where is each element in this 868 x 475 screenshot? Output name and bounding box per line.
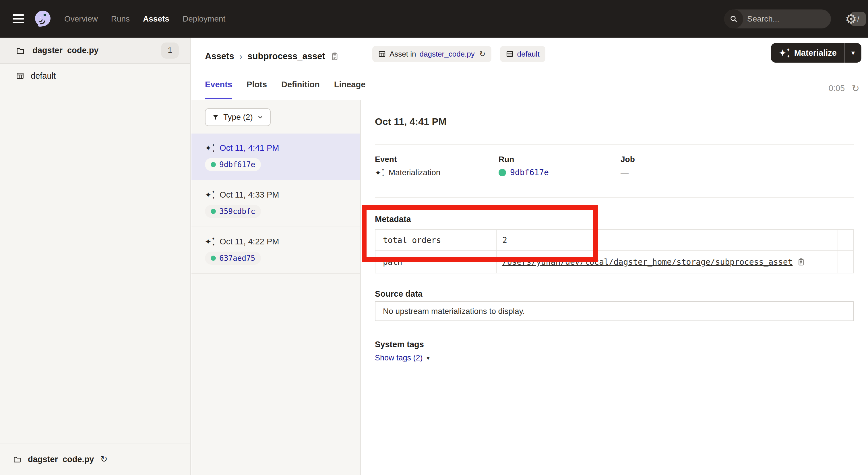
- job-label: Job: [621, 154, 635, 164]
- asset-group-icon: [16, 71, 24, 80]
- folder-icon: [13, 455, 22, 464]
- run-status-dot: [211, 256, 216, 261]
- run-id-link[interactable]: 9dbf617e: [219, 160, 255, 169]
- divider: [375, 144, 854, 145]
- refresh-countdown: 0:05: [829, 84, 845, 93]
- run-id-link[interactable]: 9dbf617e: [510, 168, 549, 177]
- events-content: Type (2) ✦✦✦ Oct 11, 4:41 PM 9dbf617e: [191, 100, 868, 475]
- hamburger-menu-icon[interactable]: [12, 12, 24, 26]
- event-column: Event ✦✦✦ Materialization: [375, 154, 440, 177]
- reload-icon[interactable]: ↻: [100, 455, 107, 464]
- search-input[interactable]: [743, 14, 851, 24]
- run-id-link[interactable]: 637aed75: [219, 254, 255, 263]
- tab-definition[interactable]: Definition: [281, 79, 320, 99]
- event-timestamp[interactable]: Oct 11, 4:41 PM: [220, 143, 279, 153]
- footer-code-location-label: dagster_code.py: [28, 455, 94, 464]
- run-status-dot: [211, 209, 216, 214]
- materialization-sparkle-icon: ✦✦✦: [205, 190, 215, 199]
- materialization-sparkle-icon: ✦✦✦: [205, 237, 215, 246]
- type-filter-label: Type (2): [223, 113, 253, 122]
- run-status-dot: [211, 162, 216, 167]
- reload-icon[interactable]: ↻: [479, 50, 486, 58]
- event-timestamp[interactable]: Oct 11, 4:22 PM: [220, 237, 279, 246]
- tab-plots[interactable]: Plots: [247, 79, 267, 99]
- job-column: Job —: [621, 154, 635, 177]
- metadata-spacer-cell: [838, 250, 854, 273]
- metadata-value: 2: [496, 230, 838, 250]
- top-nav: Overview Runs Assets Deployment / ⚙: [0, 0, 868, 38]
- nav-assets[interactable]: Assets: [143, 14, 169, 24]
- materialize-dropdown-caret[interactable]: ▾: [845, 43, 861, 63]
- code-location-link[interactable]: dagster_code.py: [420, 50, 475, 59]
- event-detail-panel: Oct 11, 4:41 PM Event ✦✦✦ Materializatio…: [361, 100, 868, 475]
- sidebar-group-label: default: [31, 71, 56, 81]
- asset-tabs: Events Plots Definition Lineage: [205, 79, 365, 99]
- sidebar-code-location-footer[interactable]: dagster_code.py ↻: [0, 443, 190, 475]
- materialization-sparkle-icon: ✦✦✦: [205, 144, 215, 152]
- run-tag[interactable]: 9dbf617e: [205, 158, 261, 171]
- metadata-spacer-cell: [838, 230, 854, 250]
- folder-icon: [16, 46, 25, 55]
- source-data-empty-state: No upstream materializations to display.: [375, 301, 854, 321]
- copy-path-icon[interactable]: [797, 258, 805, 266]
- event-detail-title: Oct 11, 4:41 PM: [375, 115, 446, 128]
- dagster-logo[interactable]: [33, 9, 52, 28]
- tab-lineage[interactable]: Lineage: [334, 79, 366, 99]
- materialize-split-button: ✦✦✦ Materialize ▾: [771, 43, 861, 63]
- run-tag[interactable]: 637aed75: [205, 251, 261, 265]
- asset-group-tag[interactable]: default: [500, 46, 546, 62]
- show-tags-label: Show tags (2): [375, 354, 423, 362]
- breadcrumb: Assets › subprocess_asset: [205, 48, 339, 65]
- asset-name-title: subprocess_asset: [247, 51, 325, 61]
- path-link[interactable]: /Users/yuhan/dev/local/dagster_home/stor…: [502, 257, 793, 267]
- asset-tags: Asset in dagster_code.py ↻ default: [372, 46, 546, 62]
- tab-events[interactable]: Events: [205, 79, 232, 99]
- group-link[interactable]: default: [517, 50, 539, 59]
- nav-deployment[interactable]: Deployment: [183, 14, 225, 24]
- sidebar-item-code-location[interactable]: dagster_code.py 1: [0, 38, 190, 64]
- events-list-panel: Type (2) ✦✦✦ Oct 11, 4:41 PM 9dbf617e: [191, 100, 361, 475]
- event-type-value: Materialization: [389, 168, 441, 177]
- primary-nav: Overview Runs Assets Deployment: [64, 14, 225, 24]
- materialize-button[interactable]: ✦✦✦ Materialize: [771, 43, 844, 63]
- run-label: Run: [499, 154, 549, 164]
- tag-prefix: Asset in: [390, 50, 416, 59]
- sidebar-item-label: dagster_code.py: [32, 46, 98, 55]
- event-label: Event: [375, 154, 440, 164]
- type-filter-button[interactable]: Type (2): [205, 108, 271, 126]
- run-id-link[interactable]: 359cdbfc: [219, 207, 255, 216]
- asset-group-icon: [506, 50, 514, 58]
- metadata-key: path: [375, 250, 496, 273]
- job-empty-value: —: [621, 168, 629, 177]
- materialize-sparkle-icon: ✦✦✦: [779, 48, 790, 58]
- event-list-item[interactable]: ✦✦✦ Oct 11, 4:41 PM 9dbf617e: [191, 133, 360, 180]
- nav-overview[interactable]: Overview: [64, 14, 98, 24]
- event-timestamp[interactable]: Oct 11, 4:33 PM: [220, 190, 279, 200]
- run-column: Run 9dbf617e: [499, 154, 549, 177]
- materialize-label: Materialize: [794, 48, 837, 58]
- materialization-sparkle-icon: ✦✦✦: [375, 168, 384, 177]
- asset-in-code-location-tag[interactable]: Asset in dagster_code.py ↻: [372, 46, 491, 62]
- search-bar[interactable]: /: [724, 9, 831, 28]
- sidebar: dagster_code.py 1 default dagster_code.p…: [0, 38, 191, 475]
- metadata-heading: Metadata: [375, 214, 411, 224]
- event-list-item[interactable]: ✦✦✦ Oct 11, 4:33 PM 359cdbfc: [191, 180, 360, 227]
- search-icon: [724, 9, 743, 28]
- copy-asset-name-icon[interactable]: [330, 52, 339, 61]
- run-tag[interactable]: 359cdbfc: [205, 205, 261, 218]
- refresh-area: 0:05 ↻: [829, 84, 859, 93]
- refresh-icon[interactable]: ↻: [851, 84, 859, 93]
- sidebar-item-default-group[interactable]: default: [0, 69, 190, 82]
- divider: [375, 197, 854, 198]
- main-panel: Assets › subprocess_asset Asset in dagst…: [191, 38, 868, 475]
- source-data-heading: Source data: [375, 289, 423, 299]
- show-tags-toggle[interactable]: Show tags (2) ▾: [375, 354, 430, 362]
- gear-icon[interactable]: ⚙: [845, 11, 857, 27]
- metadata-table: total_orders 2 path /Users/yuhan/dev/loc…: [375, 229, 854, 273]
- breadcrumb-assets-link[interactable]: Assets: [205, 51, 234, 61]
- event-list-item[interactable]: ✦✦✦ Oct 11, 4:22 PM 637aed75: [191, 227, 360, 274]
- run-status-dot: [499, 169, 506, 176]
- nav-runs[interactable]: Runs: [111, 14, 130, 24]
- system-tags-heading: System tags: [375, 339, 424, 350]
- caret-down-icon: ▾: [427, 355, 430, 362]
